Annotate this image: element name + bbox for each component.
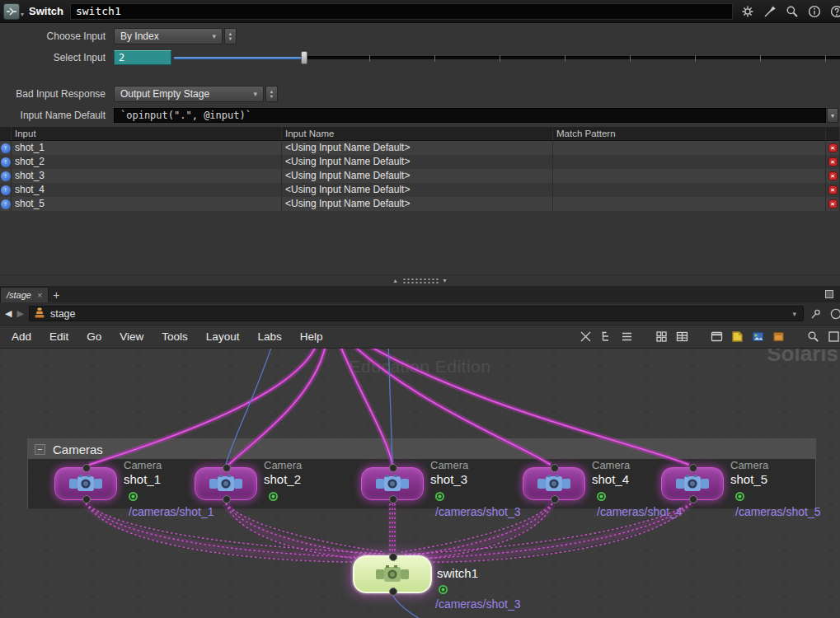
menu-add[interactable]: Add xyxy=(12,330,31,343)
menu-tools[interactable]: Tools xyxy=(162,330,188,343)
network-path-field[interactable]: stage ▾ xyxy=(29,306,804,321)
cell-match-pattern[interactable] xyxy=(553,197,826,211)
row-expand-button[interactable]: ↑ xyxy=(0,197,12,211)
pin-icon[interactable] xyxy=(809,307,824,321)
node-flag-badge[interactable] xyxy=(269,492,278,501)
node-name-label[interactable]: shot_2 xyxy=(264,472,301,486)
gear-icon[interactable] xyxy=(739,3,755,19)
camera-node-shot-5[interactable] xyxy=(661,467,724,500)
node-name-label[interactable]: shot_1 xyxy=(124,472,161,486)
network-canvas[interactable]: Education Edition Solaris − Cameras xyxy=(0,349,840,618)
overview-icon[interactable] xyxy=(826,330,840,344)
node-name-input[interactable] xyxy=(70,3,733,20)
info-icon[interactable] xyxy=(806,3,822,19)
grid-view-icon[interactable] xyxy=(654,330,669,344)
cell-input[interactable]: shot_2 xyxy=(12,155,282,169)
node-name-label[interactable]: shot_4 xyxy=(592,472,629,486)
row-delete-button[interactable]: × xyxy=(826,155,840,169)
row-expand-button[interactable]: ↑ xyxy=(0,141,12,155)
node-flag-badge[interactable] xyxy=(435,492,444,501)
asset-box-icon[interactable] xyxy=(771,330,786,344)
link-icon[interactable] xyxy=(828,307,840,321)
pane-splitter[interactable]: ▴ ▾ xyxy=(0,274,840,286)
choose-input-dropdown[interactable]: By Index ▾ xyxy=(114,28,223,44)
note-icon[interactable] xyxy=(730,330,744,344)
node-name-label[interactable]: shot_3 xyxy=(430,472,467,486)
camera-node-shot-2[interactable] xyxy=(195,467,257,500)
expression-menu-button[interactable]: ▾ xyxy=(827,108,838,123)
cell-input[interactable]: shot_5 xyxy=(12,197,282,211)
row-delete-button[interactable]: × xyxy=(826,169,840,183)
bad-input-response-dropdown[interactable]: Output Empty Stage ▾ xyxy=(114,86,264,102)
node-name-label[interactable]: switch1 xyxy=(437,566,478,580)
cell-input[interactable]: shot_3 xyxy=(12,169,282,183)
table-view-icon[interactable] xyxy=(674,330,689,344)
new-tab-button[interactable]: + xyxy=(49,287,63,302)
menu-edit[interactable]: Edit xyxy=(49,330,68,343)
search-icon[interactable] xyxy=(805,330,820,344)
row-delete-button[interactable]: × xyxy=(826,183,840,197)
tree-view-icon[interactable] xyxy=(598,330,613,344)
node-flag-badge[interactable] xyxy=(129,492,138,501)
menu-layout[interactable]: Layout xyxy=(206,330,240,343)
menu-view[interactable]: View xyxy=(120,330,143,343)
select-input-slider[interactable] xyxy=(174,49,840,66)
forward-button[interactable]: ▶ xyxy=(16,308,23,319)
row-delete-button[interactable]: × xyxy=(826,141,840,155)
menu-labs[interactable]: Labs xyxy=(257,330,281,343)
cell-input-name[interactable]: <Using Input Name Default> xyxy=(282,141,553,155)
close-icon[interactable]: × xyxy=(37,290,42,300)
camera-node-shot-4[interactable] xyxy=(523,467,585,500)
cell-input[interactable]: shot_4 xyxy=(12,183,282,197)
pane-maximize-icon[interactable] xyxy=(825,290,833,298)
image-icon[interactable] xyxy=(750,330,765,344)
cell-input-name[interactable]: <Using Input Name Default> xyxy=(282,183,553,197)
cell-match-pattern[interactable] xyxy=(553,141,826,155)
menu-go[interactable]: Go xyxy=(87,330,101,343)
slider-tick xyxy=(695,55,696,62)
row-delete-button[interactable]: × xyxy=(826,197,840,211)
list-view-icon[interactable] xyxy=(619,330,634,344)
node-flag-badge[interactable] xyxy=(597,492,606,501)
brush-icon[interactable] xyxy=(762,3,777,19)
slider-handle[interactable] xyxy=(301,51,307,64)
node-type-menu-caret[interactable]: ▾ xyxy=(21,11,24,18)
collapse-icon[interactable]: − xyxy=(35,444,45,455)
cell-match-pattern[interactable] xyxy=(553,155,826,169)
bad-input-response-stepper[interactable]: ▴ ▾ xyxy=(265,86,278,102)
node-flag-badge[interactable] xyxy=(735,492,744,501)
input-name-default-field[interactable] xyxy=(114,108,826,123)
row-expand-button[interactable]: ↑ xyxy=(0,183,12,197)
cell-match-pattern[interactable] xyxy=(553,183,826,197)
cell-input[interactable]: shot_1 xyxy=(12,141,282,155)
select-input-field[interactable] xyxy=(114,50,171,65)
choose-input-stepper[interactable]: ▴ ▾ xyxy=(224,28,237,44)
splitter-grip[interactable] xyxy=(402,278,439,284)
node-name-label[interactable]: shot_5 xyxy=(730,472,767,486)
cell-input-name[interactable]: <Using Input Name Default> xyxy=(282,155,553,169)
splitter-up-icon[interactable]: ▴ xyxy=(393,277,397,284)
cell-input-name[interactable]: <Using Input Name Default> xyxy=(282,169,553,183)
help-icon[interactable] xyxy=(828,3,840,19)
menu-help[interactable]: Help xyxy=(300,330,323,343)
network-box-header[interactable]: − Cameras xyxy=(28,439,815,459)
camera-node-shot-3[interactable] xyxy=(361,467,424,500)
camera-node-shot-1[interactable] xyxy=(54,467,117,500)
switch-node[interactable] xyxy=(353,555,432,593)
window-icon[interactable] xyxy=(709,330,724,344)
tab-stage[interactable]: /stage × xyxy=(0,287,49,302)
node-flag-badge[interactable] xyxy=(439,585,448,594)
switch-node-type-icon[interactable] xyxy=(3,3,20,20)
row-expand-button[interactable]: ↑ xyxy=(0,169,12,183)
wrench-icon[interactable] xyxy=(578,330,593,344)
search-icon[interactable] xyxy=(784,3,800,19)
cell-match-pattern[interactable] xyxy=(553,169,826,183)
row-expand-button[interactable]: ↑ xyxy=(0,155,12,169)
back-button[interactable]: ◀ xyxy=(5,308,12,319)
network-box-title: Cameras xyxy=(53,442,103,456)
chevron-down-icon[interactable]: ▾ xyxy=(792,310,799,318)
cell-input-name[interactable]: <Using Input Name Default> xyxy=(282,197,553,211)
slider-tick xyxy=(825,55,826,62)
splitter-down-icon[interactable]: ▾ xyxy=(443,277,447,284)
column-header-input: Input xyxy=(12,127,282,141)
